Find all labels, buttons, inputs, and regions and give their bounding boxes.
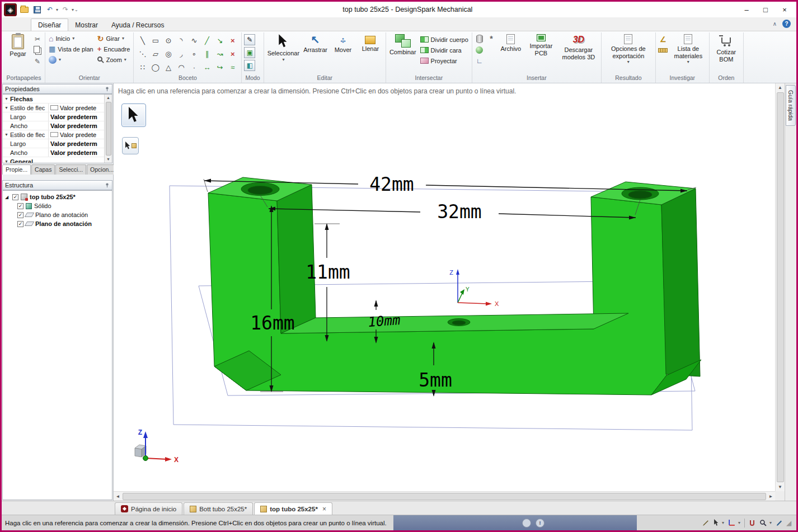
measure-icon[interactable]: ∠ — [658, 35, 668, 44]
property-row[interactable]: ▼ Estilo de flec Valor predete — [3, 103, 104, 112]
scroll-up-icon[interactable]: ▲ — [106, 95, 110, 101]
property-row[interactable]: Largo Valor predeterm — [3, 112, 104, 121]
globe-icon[interactable] — [522, 519, 531, 528]
section-mode-icon[interactable]: ▣ — [244, 47, 255, 58]
close-tab-icon[interactable]: × — [322, 505, 326, 513]
sketch-three-point-circle-icon[interactable]: ◎ — [162, 47, 175, 60]
proyectar-button[interactable]: Proyectar — [419, 55, 470, 66]
vertical-scroll-thumb[interactable] — [777, 92, 784, 482]
dim-text-32mm[interactable]: 32mm — [437, 201, 481, 223]
copy-icon[interactable] — [32, 46, 43, 55]
scroll-up-icon[interactable]: ▲ — [776, 83, 785, 92]
cylinder-icon[interactable] — [475, 34, 485, 43]
zoom-tool-icon[interactable] — [759, 519, 767, 526]
property-row[interactable]: Ancho Valor predeterm — [3, 148, 104, 157]
base-hole[interactable] — [452, 321, 466, 325]
scroll-left-icon[interactable]: ◄ — [114, 492, 122, 501]
property-row[interactable]: Ancho Valor predeterm — [3, 121, 104, 130]
open-button[interactable] — [18, 4, 30, 15]
property-row[interactable]: Largo Valor predeterm — [3, 139, 104, 148]
opciones-exportacion-button[interactable]: Opciones de exportación ▾ — [604, 33, 653, 64]
app-logo-icon[interactable]: ◈ — [4, 3, 17, 16]
solid-right-face[interactable] — [661, 189, 700, 376]
horizontal-scrollbar[interactable]: ◄ ► — [114, 491, 775, 501]
tab-capas[interactable]: Capas — [31, 164, 55, 175]
girar-button[interactable]: ↻Girar▾ — [96, 33, 132, 44]
sketch-arc-center-icon[interactable]: ◠ — [175, 60, 187, 74]
tab-propiedades[interactable]: Propie... — [2, 164, 31, 175]
quick-guide-tab[interactable]: Guía rápida — [786, 85, 796, 126]
properties-scrollbar[interactable]: ▲ ▼ — [104, 95, 112, 163]
tab-seleccion[interactable]: Selecci... — [55, 164, 86, 175]
pen-tool-icon[interactable] — [776, 520, 782, 526]
sketch-delete-icon[interactable]: × — [226, 47, 239, 60]
sketch-circle-icon[interactable]: ⊙ — [162, 34, 175, 47]
ruler-icon[interactable] — [658, 46, 668, 55]
scroll-down-icon[interactable]: ▼ — [776, 483, 785, 491]
sketch-arc-icon[interactable]: ◞ — [175, 47, 187, 60]
sphere-primitive-icon[interactable] — [475, 45, 485, 54]
left-hole[interactable] — [248, 186, 273, 195]
sketch-trim-icon[interactable]: × — [226, 34, 239, 47]
tree-root-row[interactable]: ◢ ✓ top tubo 25x25* — [3, 192, 112, 201]
scroll-right-icon[interactable]: ► — [767, 492, 775, 501]
sketch-grid-point-icon[interactable]: ∷ — [136, 60, 149, 74]
tree-expander-icon[interactable]: ◢ — [5, 195, 10, 200]
arrastrar-button[interactable]: ↖ Arrastrar — [302, 33, 328, 54]
redo-dropdown-icon[interactable]: ▾ — [72, 7, 74, 12]
zoom-button[interactable]: Zoom▾ — [96, 54, 132, 65]
sketch-polyline-icon[interactable]: ⋱ — [136, 47, 149, 60]
property-row[interactable]: ▼ Estilo de flec Valor predete — [3, 130, 104, 139]
importar-pcb-button[interactable]: Importar PCB — [525, 33, 557, 57]
sketch-split-icon[interactable]: ↝ — [213, 47, 226, 60]
lista-materiales-button[interactable]: Lista de materiales ▾ — [670, 33, 707, 64]
select-tool-button[interactable] — [121, 103, 146, 127]
sketch-polygon-icon[interactable]: △ — [162, 60, 175, 74]
viewport[interactable]: Haga clic en una referencia para comenza… — [114, 83, 785, 501]
vertical-scrollbar[interactable]: ▲ ▼ — [775, 83, 785, 491]
seleccionar-button[interactable]: Seleccionar ▾ — [266, 33, 301, 62]
tree-item-solido[interactable]: ✓ Sólido — [3, 201, 112, 210]
dim-text-16mm[interactable]: 16mm — [250, 312, 294, 334]
dividir-cara-button[interactable]: Dividir cara — [419, 45, 470, 55]
dividir-cuerpo-button[interactable]: Dividir cuerpo — [419, 34, 470, 45]
solid-mode-icon[interactable]: ◧ — [244, 60, 255, 71]
tab-disenar[interactable]: Diseñar — [31, 18, 68, 31]
mover-button[interactable]: ↔↕ Mover — [330, 33, 356, 54]
property-value[interactable]: Valor predete — [48, 130, 104, 139]
dimension-32mm[interactable]: 32mm — [260, 195, 640, 223]
sketch-midpoint-icon[interactable]: · — [187, 60, 200, 74]
select-component-tool-button[interactable] — [122, 137, 139, 154]
cotizar-bom-button[interactable]: Cotizar BOM — [712, 33, 741, 63]
llenar-button[interactable]: Llenar — [358, 33, 383, 53]
tab-ayuda-recursos[interactable]: Ayuda / Recursos — [105, 19, 171, 31]
gear-icon[interactable]: * — [486, 34, 496, 43]
sketch-line-icon[interactable]: ╲ — [136, 34, 149, 47]
archivo-button[interactable]: Archivo — [498, 33, 524, 53]
annotate-icon[interactable] — [702, 519, 710, 526]
cut-icon[interactable]: ✂ — [32, 35, 43, 44]
tree-item-plano-1[interactable]: ✓ Plano de anotación — [3, 210, 112, 219]
tab-opciones[interactable]: Opcion... — [87, 164, 117, 175]
select-mode-dropdown-icon[interactable]: ▾ — [722, 520, 724, 525]
select-mode-icon[interactable] — [713, 519, 719, 526]
sketch-mirror-icon[interactable]: ↔ — [200, 60, 213, 74]
sketch-construction-line-icon[interactable]: ╱ — [200, 34, 213, 47]
sketch-tangent-arc-icon[interactable]: ◝ — [175, 34, 187, 47]
pin-icon[interactable] — [105, 87, 110, 92]
scroll-down-icon[interactable]: ▼ — [106, 156, 110, 163]
item-checkbox[interactable]: ✓ — [17, 212, 24, 218]
property-value[interactable]: Valor predeterm — [48, 121, 104, 130]
item-checkbox[interactable]: ✓ — [17, 203, 24, 209]
undo-dropdown-icon[interactable]: ▾ — [56, 7, 58, 12]
combinar-button[interactable]: Combinar — [388, 33, 417, 56]
pin-icon[interactable] — [105, 183, 110, 188]
help-icon[interactable]: ? — [782, 20, 791, 28]
dim-text-42mm[interactable]: 42mm — [369, 173, 414, 195]
tab-mostrar[interactable]: Mostrar — [68, 19, 105, 31]
format-painter-icon[interactable]: ✎ — [32, 57, 43, 66]
encuadre-button[interactable]: +Encuadre — [96, 44, 132, 54]
view-sphere-button[interactable]: ▾ — [48, 54, 95, 65]
sketch-point-icon[interactable]: ∘ — [187, 47, 200, 60]
sketch-project-icon[interactable]: ↘ — [213, 34, 226, 47]
